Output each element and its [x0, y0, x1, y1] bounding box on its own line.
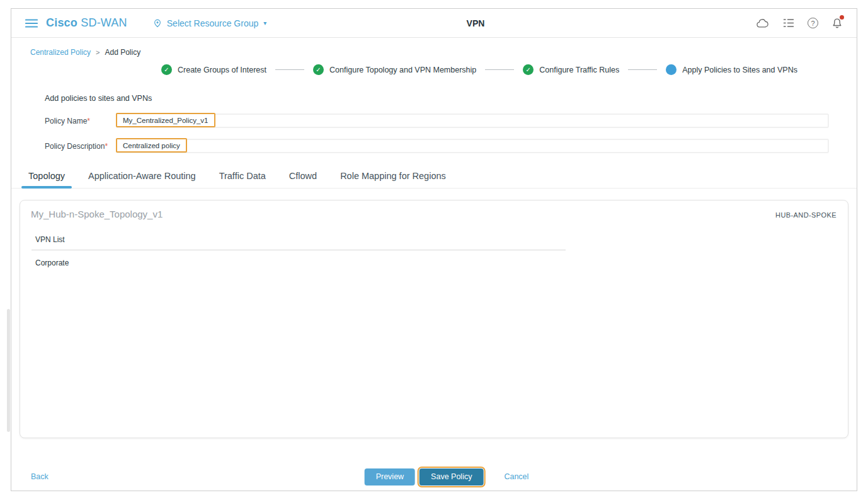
page-scrollbar-thumb[interactable] [7, 309, 10, 432]
step-label: Create Groups of Interest [178, 66, 266, 74]
step-configure-topology[interactable]: ✓ Configure Topology and VPN Membership [313, 64, 476, 75]
brand-rest: SD-WAN [77, 16, 127, 29]
required-asterisk: * [87, 117, 90, 125]
chevron-down-icon: ▾ [263, 20, 266, 26]
cancel-button[interactable]: Cancel [504, 472, 528, 481]
topology-title: My_Hub-n-Spoke_Topology_v1 [31, 209, 163, 219]
preview-button[interactable]: Preview [365, 468, 415, 485]
step-connector [275, 69, 304, 70]
required-asterisk: * [105, 142, 108, 151]
footer-actions: Back Preview Save Policy Cancel [11, 467, 857, 486]
breadcrumb-separator-icon: > [96, 49, 100, 56]
label-text: Policy Name [45, 117, 87, 125]
step-label: Apply Policies to Sites and VPNs [682, 66, 797, 74]
help-icon[interactable]: ? [808, 18, 818, 28]
topology-card: My_Hub-n-Spoke_Topology_v1 HUB-AND-SPOKE… [20, 200, 848, 438]
step-connector [485, 69, 514, 70]
step-complete-check-icon: ✓ [161, 64, 172, 75]
policy-name-row: Policy Name* My_Centralized_Policy_v1 [45, 113, 829, 128]
policy-description-input[interactable]: Centralized policy [116, 139, 829, 153]
help-question-mark: ? [808, 18, 818, 28]
save-policy-button[interactable]: Save Policy [420, 468, 483, 485]
step-current-dot-icon [666, 64, 677, 75]
cloud-icon[interactable] [756, 18, 770, 29]
policy-tabs: Topology Application-Aware Routing Traff… [11, 171, 857, 189]
step-configure-traffic-rules[interactable]: ✓ Configure Traffic Rules [523, 64, 619, 75]
policy-name-value: My_Centralized_Policy_v1 [116, 113, 215, 127]
breadcrumb-parent-link[interactable]: Centralized Policy [30, 48, 91, 57]
label-text: Policy Description [45, 142, 105, 151]
vpn-list-divider [31, 250, 566, 250]
top-bar-actions: ? [756, 17, 843, 29]
app-window: Cisco SD-WAN Select Resource Group ▾ VPN [11, 8, 857, 491]
resource-group-selector[interactable]: Select Resource Group ▾ [152, 18, 267, 28]
step-complete-check-icon: ✓ [523, 64, 534, 75]
step-complete-check-icon: ✓ [313, 64, 324, 75]
brand-bold: Cisco [46, 16, 77, 29]
wizard-stepper: ✓ Create Groups of Interest ✓ Configure … [161, 64, 857, 75]
step-label: Configure Topology and VPN Membership [329, 66, 476, 74]
notifications-bell-icon[interactable] [831, 17, 843, 29]
policy-name-label: Policy Name* [45, 117, 116, 125]
topology-card-header: My_Hub-n-Spoke_Topology_v1 HUB-AND-SPOKE [20, 201, 848, 219]
vpn-list-item: Corporate [35, 259, 848, 267]
notification-badge [840, 15, 844, 20]
tab-role-mapping[interactable]: Role Mapping for Regions [333, 171, 453, 188]
location-pin-icon [152, 18, 163, 28]
policy-description-value: Centralized policy [116, 138, 187, 153]
breadcrumb-current: Add Policy [105, 48, 140, 57]
footer-center-buttons: Preview Save Policy Cancel [365, 468, 529, 485]
topology-type-badge: HUB-AND-SPOKE [775, 211, 837, 219]
tab-application-aware-routing[interactable]: Application-Aware Routing [81, 171, 203, 188]
step-connector [628, 69, 657, 70]
breadcrumb: Centralized Policy > Add Policy [11, 38, 857, 57]
page-title: VPN [467, 18, 485, 28]
vpn-list-header: VPN List [35, 235, 848, 244]
menu-icon[interactable] [25, 18, 38, 28]
back-button[interactable]: Back [31, 472, 49, 481]
step-apply-policies[interactable]: Apply Policies to Sites and VPNs [666, 64, 797, 75]
tab-traffic-data[interactable]: Traffic Data [212, 171, 273, 188]
tab-cflowd[interactable]: Cflowd [282, 171, 324, 188]
main-content: Centralized Policy > Add Policy ✓ Create… [11, 38, 857, 491]
tab-topology[interactable]: Topology [21, 171, 72, 188]
section-heading: Add policies to sites and VPNs [45, 94, 857, 103]
step-create-groups[interactable]: ✓ Create Groups of Interest [161, 64, 266, 75]
task-list-icon[interactable] [783, 18, 794, 28]
top-bar: Cisco SD-WAN Select Resource Group ▾ VPN [11, 9, 857, 38]
resource-group-label: Select Resource Group [167, 18, 259, 28]
policy-name-input[interactable]: My_Centralized_Policy_v1 [116, 113, 829, 128]
policy-description-label: Policy Description* [45, 142, 116, 151]
policy-description-row: Policy Description* Centralized policy [45, 139, 829, 153]
brand-logo[interactable]: Cisco SD-WAN [46, 16, 127, 30]
step-label: Configure Traffic Rules [539, 66, 619, 74]
